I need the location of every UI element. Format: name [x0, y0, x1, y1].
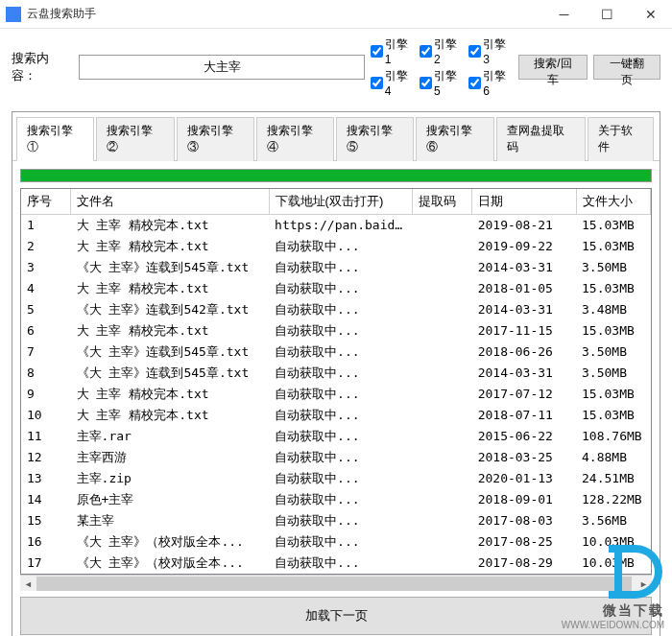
scroll-left-arrow[interactable]: ◄ — [20, 576, 36, 592]
results-table: 序号 文件名 下载地址(双击打开) 提取码 日期 文件大小 1大 主宰 精校完本… — [21, 189, 651, 575]
table-row[interactable]: 9大 主宰 精校完本.txt自动获取中...2017-07-1215.03MB — [21, 384, 651, 405]
table-row[interactable]: 6大 主宰 精校完本.txt自动获取中...2017-11-1515.03MB — [21, 320, 651, 342]
cell-code — [413, 342, 472, 363]
table-row[interactable]: 10大 主宰 精校完本.txt自动获取中...2018-07-1115.03MB — [21, 405, 651, 426]
cell-size: 108.76MB — [576, 426, 650, 447]
cell-no: 13 — [21, 468, 71, 489]
tab-1[interactable]: 搜索引擎① — [16, 117, 94, 161]
cell-url: 自动获取中... — [269, 489, 413, 510]
engine-checkbox-6[interactable]: 引擎6 — [468, 68, 512, 98]
col-header-size[interactable]: 文件大小 — [576, 189, 650, 215]
cell-date: 2015-06-22 — [472, 426, 576, 447]
col-header-no[interactable]: 序号 — [21, 189, 71, 215]
cell-name: 大 主宰 精校完本.txt — [71, 384, 269, 405]
table-row[interactable]: 15某主宰自动获取中...2017-08-033.56MB — [21, 510, 651, 531]
tab-8[interactable]: 关于软件 — [588, 117, 654, 161]
tab-3[interactable]: 搜索引擎③ — [177, 117, 254, 161]
cell-name: 《大 主宰》（校对版全本... — [71, 531, 269, 553]
cell-url: 自动获取中... — [269, 510, 413, 531]
cell-url: 自动获取中... — [269, 531, 413, 553]
cell-name: 主宰.zip — [71, 468, 269, 489]
col-header-code[interactable]: 提取码 — [413, 189, 472, 215]
window-controls: ─ ☐ ✕ — [542, 0, 672, 29]
cell-size: 3.50MB — [576, 257, 650, 278]
table-row[interactable]: 13主宰.zip自动获取中...2020-01-1324.51MB — [21, 468, 651, 489]
table-row[interactable]: 16《大 主宰》（校对版全本...自动获取中...2017-08-2510.03… — [21, 531, 651, 553]
engine-checkbox-4[interactable]: 引擎4 — [371, 68, 414, 98]
cell-date: 2018-07-11 — [472, 405, 576, 426]
minimize-button[interactable]: ─ — [542, 0, 586, 29]
search-input[interactable] — [79, 55, 364, 80]
engine-checkbox-input[interactable] — [371, 45, 383, 58]
cell-size: 4.88MB — [576, 447, 650, 468]
table-row[interactable]: 17《大 主宰》（校对版全本...自动获取中...2017-08-2910.03… — [21, 553, 651, 574]
col-header-url[interactable]: 下载地址(双击打开) — [269, 189, 413, 215]
load-more-button[interactable]: 加载下一页 — [20, 597, 652, 635]
tab-body: 序号 文件名 下载地址(双击打开) 提取码 日期 文件大小 1大 主宰 精校完本… — [12, 161, 660, 636]
cell-name: 主宰西游 — [71, 447, 269, 468]
col-header-name[interactable]: 文件名 — [71, 189, 269, 215]
table-row[interactable]: 2大 主宰 精校完本.txt自动获取中...2019-09-2215.03MB — [21, 236, 651, 257]
table-row[interactable]: 3《大 主宰》连载到545章.txt自动获取中...2014-03-313.50… — [21, 257, 651, 278]
cell-size: 3.50MB — [576, 342, 650, 363]
tab-2[interactable]: 搜索引擎② — [96, 117, 174, 161]
engine-label: 引擎1 — [385, 36, 414, 66]
engine-checkbox-input[interactable] — [468, 45, 481, 58]
cell-size: 10.03MB — [576, 553, 650, 574]
table-row[interactable]: 7《大 主宰》连载到545章.txt自动获取中...2018-06-263.50… — [21, 342, 651, 363]
engine-checkbox-1[interactable]: 引擎1 — [371, 36, 414, 66]
cell-code — [413, 363, 472, 384]
content-area: 搜索引擎①搜索引擎②搜索引擎③搜索引擎④搜索引擎⑤搜索引擎⑥查网盘提取码关于软件… — [12, 111, 660, 636]
cell-code — [413, 257, 472, 278]
table-row[interactable]: 14原色+主宰自动获取中...2018-09-01128.22MB — [21, 489, 651, 510]
cell-name: 大 主宰 精校完本.txt — [71, 215, 269, 237]
scroll-right-arrow[interactable]: ► — [636, 576, 652, 592]
cell-url: 自动获取中... — [269, 320, 413, 342]
cell-url: 自动获取中... — [269, 384, 413, 405]
cell-code — [413, 236, 472, 257]
cell-size: 15.03MB — [576, 278, 650, 299]
engine-checkbox-2[interactable]: 引擎2 — [420, 36, 463, 66]
tab-6[interactable]: 搜索引擎⑥ — [416, 117, 493, 161]
table-row[interactable]: 1大 主宰 精校完本.txthttps://pan.baid...2019-08… — [21, 215, 651, 237]
table-row[interactable]: 5《大 主宰》连载到542章.txt自动获取中...2014-03-313.48… — [21, 299, 651, 320]
horizontal-scrollbar[interactable]: ◄ ► — [20, 575, 652, 591]
engine-checkbox-input[interactable] — [420, 45, 432, 58]
table-row[interactable]: 11主宰.rar自动获取中...2015-06-22108.76MB — [21, 426, 651, 447]
cell-date: 2020-01-13 — [472, 468, 576, 489]
table-row[interactable]: 12主宰西游自动获取中...2018-03-254.88MB — [21, 447, 651, 468]
scroll-thumb[interactable] — [36, 577, 632, 591]
engine-checkbox-input[interactable] — [420, 77, 432, 89]
engine-checkbox-input[interactable] — [468, 77, 481, 89]
cell-no: 14 — [21, 489, 71, 510]
search-button[interactable]: 搜索/回车 — [518, 55, 588, 80]
engine-checkboxes: 引擎1引擎2引擎3引擎4引擎5引擎6 — [371, 36, 513, 98]
maximize-button[interactable]: ☐ — [586, 0, 629, 29]
close-button[interactable]: ✕ — [629, 0, 672, 29]
table-row[interactable]: 4大 主宰 精校完本.txt自动获取中...2018-01-0515.03MB — [21, 278, 651, 299]
cell-name: 大 主宰 精校完本.txt — [71, 405, 269, 426]
engine-checkbox-3[interactable]: 引擎3 — [468, 36, 512, 66]
tab-5[interactable]: 搜索引擎⑤ — [336, 117, 414, 161]
cell-size: 3.50MB — [576, 363, 650, 384]
col-header-date[interactable]: 日期 — [472, 189, 576, 215]
cell-code — [413, 384, 472, 405]
engine-checkbox-5[interactable]: 引擎5 — [420, 68, 463, 98]
engine-checkbox-input[interactable] — [371, 77, 383, 89]
cell-url: 自动获取中... — [269, 278, 413, 299]
tab-7[interactable]: 查网盘提取码 — [496, 117, 586, 161]
cell-name: 《大 主宰》连载到545章.txt — [71, 363, 269, 384]
progress-bar — [20, 169, 652, 182]
cell-date: 2018-09-01 — [472, 489, 576, 510]
cell-date: 2017-08-29 — [472, 553, 576, 574]
cell-name: 大 主宰 精校完本.txt — [71, 278, 269, 299]
cell-size: 24.51MB — [576, 468, 650, 489]
tab-4[interactable]: 搜索引擎④ — [256, 117, 334, 161]
cell-code — [413, 553, 472, 574]
cell-size: 3.48MB — [576, 299, 650, 320]
cell-code — [413, 531, 472, 553]
page-button[interactable]: 一键翻页 — [593, 55, 660, 80]
table-row[interactable]: 8《大 主宰》连载到545章.txt自动获取中...2014-03-313.50… — [21, 363, 651, 384]
engine-label: 引擎3 — [483, 36, 512, 66]
cell-no: 3 — [21, 257, 71, 278]
